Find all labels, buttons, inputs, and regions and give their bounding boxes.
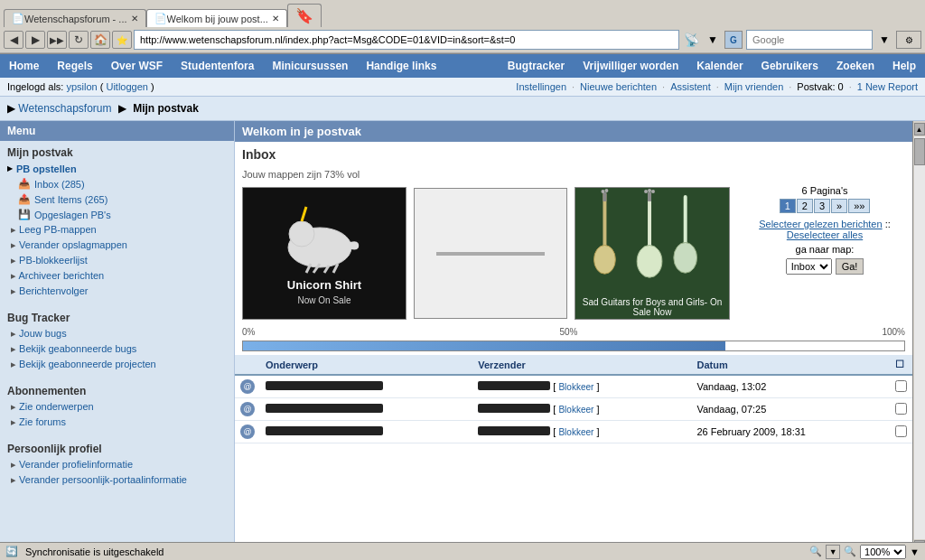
row-1-checkbox[interactable]	[895, 380, 907, 392]
sidebar-inbox[interactable]: 📥 Inbox (285)	[0, 176, 234, 191]
goto-button[interactable]: Ga!	[836, 258, 864, 275]
nav-home[interactable]: Home	[0, 54, 48, 78]
nav-help[interactable]: Help	[883, 54, 925, 78]
bekijk-bugs-link[interactable]: Bekijk geabonneerde bugs	[19, 343, 136, 354]
sidebar-jouw-bugs[interactable]: Jouw bugs	[0, 326, 234, 341]
nieuwe-berichten-link[interactable]: Nieuwe berichten	[580, 81, 657, 92]
scroll-up[interactable]: ▲	[914, 123, 925, 135]
page-3-btn[interactable]: 3	[814, 199, 830, 213]
nav-kalender[interactable]: Kalender	[687, 54, 752, 78]
nav-studentenfora[interactable]: Studentenfora	[172, 54, 263, 78]
url-bar[interactable]	[134, 30, 679, 50]
tab-new[interactable]: 🔖	[287, 4, 322, 27]
col-onderwerp[interactable]: Onderwerp	[260, 355, 472, 375]
nav-minicursussen[interactable]: Minicursussen	[263, 54, 357, 78]
col-verzender[interactable]: Verzender	[472, 355, 691, 375]
page-next-btn[interactable]: »	[831, 199, 847, 213]
row-1-blokkeer-link[interactable]: Blokkeer	[558, 382, 593, 392]
sidebar-verander-opslag[interactable]: Verander opslagmappen	[0, 238, 234, 253]
sidebar-berichtenvolger[interactable]: Berichtenvolger	[0, 284, 234, 299]
nav-regels[interactable]: Regels	[48, 54, 101, 78]
row-1-subject-link[interactable]	[266, 381, 383, 392]
extra-button[interactable]: ⚙	[896, 31, 921, 49]
zoom-select[interactable]: 100%	[860, 545, 906, 559]
verander-profiel-link[interactable]: Verander profielinformatie	[19, 459, 133, 470]
sidebar-bekijk-bugs[interactable]: Bekijk geabonneerde bugs	[0, 341, 234, 357]
search-dropdown[interactable]: ▼	[874, 31, 894, 49]
inbox-link[interactable]: 📥 Inbox (285)	[18, 178, 227, 190]
archiveer-link[interactable]: Archiveer berichten	[18, 270, 104, 281]
sidebar-verander-portaal[interactable]: Verander persoonlijk-portaalinformatie	[0, 472, 234, 488]
reload-button[interactable]: ↻	[69, 31, 89, 49]
sidebar-sent-items[interactable]: 📤 Sent Items (265)	[0, 191, 234, 207]
instellingen-link[interactable]: Instellingen	[516, 81, 566, 92]
verander-opslag-link[interactable]: Verander opslagmappen	[19, 239, 127, 250]
sidebar-pb-blokkeerlijst[interactable]: PB-blokkeerlijst	[0, 253, 234, 268]
zie-onderwerpen-link[interactable]: Zie onderwerpen	[19, 401, 94, 412]
pb-opstellen-link[interactable]: PB opstellen	[16, 163, 77, 174]
leeg-pb-link[interactable]: Leeg PB-mappen	[19, 224, 97, 235]
logout-link[interactable]: Uitloggen	[106, 81, 147, 92]
sidebar-archiveer[interactable]: Archiveer berichten	[0, 268, 234, 284]
row-2-subject-link[interactable]	[266, 404, 383, 415]
zoom-icon-minus[interactable]: 🔍	[809, 546, 822, 557]
deselect-all-link[interactable]: Deselecteer alles	[787, 229, 863, 240]
row-2-check[interactable]	[890, 398, 912, 421]
sidebar-bekijk-projecten[interactable]: Bekijk geabonneerde projecten	[0, 357, 234, 372]
rss-icon[interactable]: 📡	[681, 31, 701, 49]
row-2-checkbox[interactable]	[895, 403, 907, 415]
row-3-subject-link[interactable]	[266, 426, 383, 437]
zoom-icon-plus[interactable]: 🔍	[844, 546, 856, 557]
sidebar-zie-onderwerpen[interactable]: Zie onderwerpen	[0, 399, 234, 415]
col-datum[interactable]: Datum	[691, 355, 890, 375]
row-2-blokkeer-link[interactable]: Blokkeer	[558, 405, 593, 415]
nav-bugtracker[interactable]: Bugtracker	[499, 54, 574, 78]
bookmark-button[interactable]: ⭐	[112, 31, 132, 49]
search-input[interactable]	[746, 30, 873, 50]
nav-over-wsf[interactable]: Over WSF	[102, 54, 172, 78]
mijn-vrienden-link[interactable]: Mijn vrienden	[724, 81, 783, 92]
unicorn-ad[interactable]: Unicorn Shirt Now On Sale	[242, 187, 406, 320]
nav-vrijwilliger[interactable]: Vrijwilliger worden	[574, 54, 687, 78]
select-read-link[interactable]: Selecteer gelezen berichten	[759, 219, 882, 229]
middle-ad[interactable]	[414, 188, 567, 319]
page-last-btn[interactable]: »»	[848, 199, 870, 213]
sent-items-link[interactable]: 📤 Sent Items (265)	[18, 193, 227, 205]
new-report-link[interactable]: 1 New Report	[857, 81, 918, 92]
jouw-bugs-link[interactable]: Jouw bugs	[19, 328, 67, 339]
tab-1-close[interactable]: ✕	[131, 14, 138, 23]
bekijk-projecten-link[interactable]: Bekijk geabonneerde projecten	[19, 359, 156, 369]
row-2-subject[interactable]	[260, 398, 472, 421]
nav-zoeken[interactable]: Zoeken	[827, 54, 883, 78]
row-3-blokkeer-link[interactable]: Blokkeer	[558, 427, 593, 437]
row-3-check[interactable]	[890, 421, 912, 443]
scrollbar[interactable]: ▲ ▼	[912, 121, 925, 555]
sidebar-pb-opstellen[interactable]: ▸ PB opstellen	[0, 161, 234, 176]
forward2-button[interactable]: ▶▶	[47, 31, 67, 49]
sidebar-zie-forums[interactable]: Zie forums	[0, 415, 234, 430]
page-1-btn[interactable]: 1	[780, 199, 796, 213]
tab-2[interactable]: 📄 Welkom bij jouw post... ✕	[146, 9, 287, 27]
view-options-btn[interactable]: ▼	[826, 545, 840, 559]
nav-handige-links[interactable]: Handige links	[357, 54, 445, 78]
row-3-subject[interactable]	[260, 421, 472, 443]
goto-select[interactable]: Inbox	[786, 258, 832, 275]
page-2-btn[interactable]: 2	[797, 199, 813, 213]
guitar-ad[interactable]: Sad Guitars for Boys and Girls- On Sale …	[575, 187, 730, 320]
pb-blokkeerlijst-link[interactable]: PB-blokkeerlijst	[19, 255, 88, 266]
opgeslagen-link[interactable]: 💾 Opgeslagen PB's	[18, 209, 227, 220]
rss-dropdown[interactable]: ▼	[703, 31, 723, 49]
tab-2-close[interactable]: ✕	[272, 14, 279, 23]
scroll-thumb[interactable]	[914, 138, 925, 165]
forward-button[interactable]: ▶	[25, 31, 45, 49]
tab-1[interactable]: 📄 Wetenschapsforum - ... ✕	[4, 9, 146, 27]
home-button[interactable]: 🏠	[90, 31, 110, 49]
sidebar-verander-profiel[interactable]: Verander profielinformatie	[0, 457, 234, 472]
sidebar-opgeslagen[interactable]: 💾 Opgeslagen PB's	[0, 207, 234, 222]
breadcrumb-forum[interactable]: Wetenschapsforum	[18, 102, 111, 115]
berichtenvolger-link[interactable]: Berichtenvolger	[19, 285, 88, 296]
username-link[interactable]: ypsilon	[66, 81, 97, 92]
zie-forums-link[interactable]: Zie forums	[19, 416, 66, 427]
sidebar-leeg-pb[interactable]: Leeg PB-mappen	[0, 222, 234, 238]
nav-gebruikers[interactable]: Gebruikers	[752, 54, 827, 78]
